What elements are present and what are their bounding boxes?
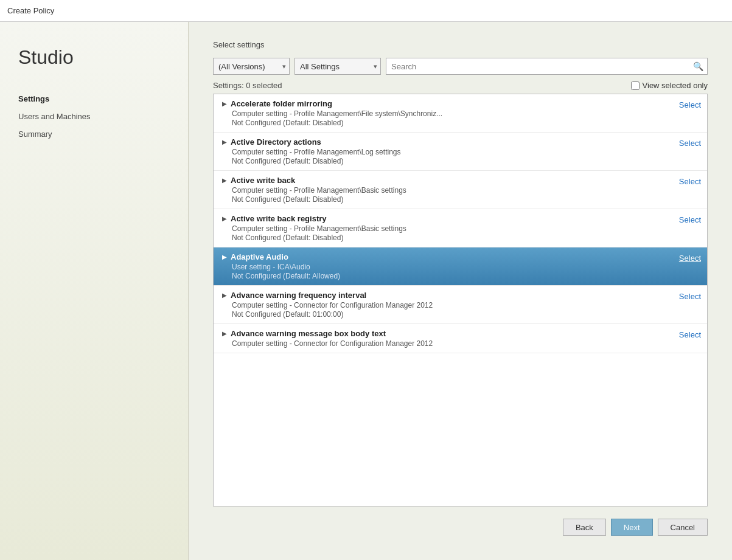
setting-left-advance-warning-message: ▶Advance warning message box body textCo… [222, 329, 673, 348]
setting-path: Computer setting - Profile Management\Lo… [232, 148, 673, 156]
section-label: Select settings [213, 40, 708, 49]
expand-icon[interactable]: ▶ [222, 254, 227, 260]
setting-status: Not Configured (Default: Disabled) [232, 119, 673, 127]
next-button[interactable]: Next [611, 519, 653, 536]
cancel-button[interactable]: Cancel [658, 519, 708, 536]
setting-name: Active write back registry [231, 214, 327, 223]
setting-name: Adaptive Audio [231, 252, 288, 261]
setting-left-active-write-back-registry: ▶Active write back registryComputer sett… [222, 214, 673, 242]
version-select-wrapper: (All Versions)XenApp 7.xXenDesktop 7.x [213, 58, 290, 75]
setting-name: Advance warning message box body text [231, 329, 386, 338]
sidebar-item-summary[interactable]: Summary [18, 128, 170, 140]
table-row: ▶Active Directory actionsComputer settin… [214, 133, 707, 171]
setting-name: Active Directory actions [231, 137, 321, 147]
filters-row: (All Versions)XenApp 7.xXenDesktop 7.x A… [213, 58, 708, 75]
select-link[interactable]: Select [679, 177, 701, 186]
setting-path: Computer setting - Connector for Configu… [232, 301, 673, 309]
setting-path: Computer setting - Connector for Configu… [232, 339, 673, 348]
sidebar-item-users-and-machines[interactable]: Users and Machines [18, 111, 170, 122]
search-input[interactable] [386, 58, 708, 75]
setting-path: User setting - ICA\Audio [232, 263, 673, 271]
table-row: ▶Accelerate folder mirroringComputer set… [214, 94, 707, 133]
setting-left-active-directory-actions: ▶Active Directory actionsComputer settin… [222, 137, 673, 165]
expand-icon[interactable]: ▶ [222, 139, 227, 145]
table-row: ▶Advance warning frequency intervalCompu… [214, 286, 707, 324]
setting-status: Not Configured (Default: 01:00:00) [232, 310, 673, 319]
setting-status: Not Configured (Default: Disabled) [232, 233, 673, 242]
table-row: ▶Adaptive AudioUser setting - ICA\AudioN… [214, 247, 707, 286]
search-wrapper: 🔍 [386, 58, 708, 75]
setting-name: Active write back [231, 176, 295, 185]
setting-path: Computer setting - Profile Management\Ba… [232, 186, 673, 195]
select-link[interactable]: Select [679, 139, 701, 148]
setting-status: Not Configured (Default: Disabled) [232, 157, 673, 165]
setting-left-accelerate-folder-mirroring: ▶Accelerate folder mirroringComputer set… [222, 99, 673, 127]
settings-select-wrapper: All SettingsComputer SettingsUser Settin… [295, 58, 381, 75]
settings-dropdown[interactable]: All SettingsComputer SettingsUser Settin… [295, 58, 381, 75]
select-link[interactable]: Select [679, 100, 701, 109]
select-link[interactable]: Select [679, 292, 701, 301]
view-selected-checkbox[interactable] [631, 81, 640, 90]
version-dropdown[interactable]: (All Versions)XenApp 7.xXenDesktop 7.x [213, 58, 290, 75]
bottom-buttons: Back Next Cancel [213, 506, 708, 542]
settings-list: ▶Accelerate folder mirroringComputer set… [213, 94, 708, 506]
setting-left-active-write-back: ▶Active write backComputer setting - Pro… [222, 176, 673, 204]
select-link[interactable]: Select [679, 254, 701, 263]
studio-title: Studio [18, 46, 170, 69]
sidebar-navigation: SettingsUsers and MachinesSummary [18, 93, 170, 140]
setting-left-adaptive-audio: ▶Adaptive AudioUser setting - ICA\AudioN… [222, 252, 673, 280]
select-link[interactable]: Select [679, 215, 701, 224]
select-link[interactable]: Select [679, 330, 701, 339]
expand-icon[interactable]: ▶ [222, 177, 227, 184]
setting-left-advance-warning-frequency: ▶Advance warning frequency intervalCompu… [222, 291, 673, 319]
content-area: Select settings (All Versions)XenApp 7.x… [189, 22, 732, 560]
table-row: ▶Active write backComputer setting - Pro… [214, 171, 707, 209]
settings-bar: Settings: 0 selected View selected only [213, 81, 708, 90]
expand-icon[interactable]: ▶ [222, 100, 227, 107]
expand-icon[interactable]: ▶ [222, 215, 227, 222]
view-selected-label: View selected only [643, 81, 708, 90]
expand-icon[interactable]: ▶ [222, 292, 227, 299]
setting-name: Accelerate folder mirroring [231, 99, 332, 108]
setting-status: Not Configured (Default: Allowed) [232, 272, 673, 280]
setting-path: Computer setting - Profile Management\Fi… [232, 109, 673, 118]
window-title: Create Policy [7, 6, 54, 15]
sidebar: Studio SettingsUsers and MachinesSummary [0, 22, 189, 560]
table-row: ▶Advance warning message box body textCo… [214, 324, 707, 353]
setting-status: Not Configured (Default: Disabled) [232, 195, 673, 204]
expand-icon[interactable]: ▶ [222, 330, 227, 337]
view-selected-only-container: View selected only [631, 81, 708, 90]
setting-name: Advance warning frequency interval [231, 291, 366, 300]
sidebar-item-settings[interactable]: Settings [18, 93, 170, 105]
setting-path: Computer setting - Profile Management\Ba… [232, 224, 673, 233]
back-button[interactable]: Back [563, 519, 606, 536]
table-row: ▶Active write back registryComputer sett… [214, 209, 707, 247]
settings-count: Settings: 0 selected [213, 81, 282, 90]
